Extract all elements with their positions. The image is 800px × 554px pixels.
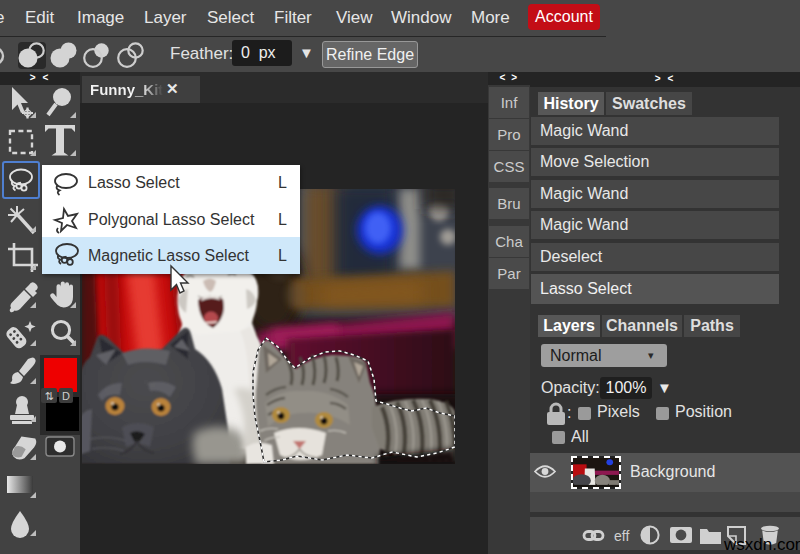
svg-text:eff: eff [614,528,629,544]
svg-text:D: D [62,390,70,402]
svg-text:⇅: ⇅ [44,390,53,402]
